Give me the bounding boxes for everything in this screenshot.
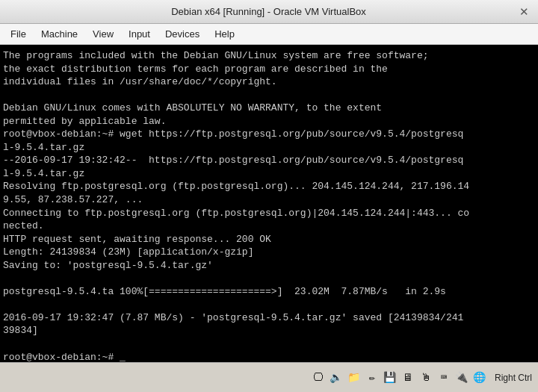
status-icon-save[interactable]: 💾 xyxy=(383,370,398,385)
status-icon-folder[interactable]: 📁 xyxy=(347,370,362,385)
status-icon-keyboard[interactable]: ⌨ xyxy=(436,370,451,385)
status-icon-edit[interactable]: ✏ xyxy=(365,370,380,385)
menu-devices[interactable]: Devices xyxy=(158,25,207,43)
status-icon-display[interactable]: 🖥 xyxy=(401,370,415,385)
status-icon-usb[interactable]: 🔌 xyxy=(454,370,469,385)
status-icon-audio[interactable]: 🔈 xyxy=(329,370,344,385)
menu-file[interactable]: File xyxy=(3,25,34,43)
menu-view[interactable]: View xyxy=(85,25,121,43)
status-bar: 🖵 🔈 📁 ✏ 💾 🖥 🖱 ⌨ 🔌 🌐 Right Ctrl xyxy=(0,362,538,392)
window-title: Debian x64 [Running] - Oracle VM Virtual… xyxy=(21,6,516,17)
status-icon-network[interactable]: 🌐 xyxy=(472,370,487,385)
status-icon-mouse[interactable]: 🖱 xyxy=(418,370,433,385)
right-ctrl-label: Right Ctrl xyxy=(495,373,532,383)
status-icon-monitor[interactable]: 🖵 xyxy=(311,370,326,385)
close-button[interactable]: ✕ xyxy=(516,6,532,17)
menu-bar: File Machine View Input Devices Help xyxy=(0,24,538,45)
title-bar: Debian x64 [Running] - Oracle VM Virtual… xyxy=(0,0,538,24)
menu-help[interactable]: Help xyxy=(207,25,242,43)
terminal-output[interactable]: The programs included with the Debian GN… xyxy=(0,45,538,362)
menu-input[interactable]: Input xyxy=(121,25,158,43)
menu-machine[interactable]: Machine xyxy=(34,25,85,43)
